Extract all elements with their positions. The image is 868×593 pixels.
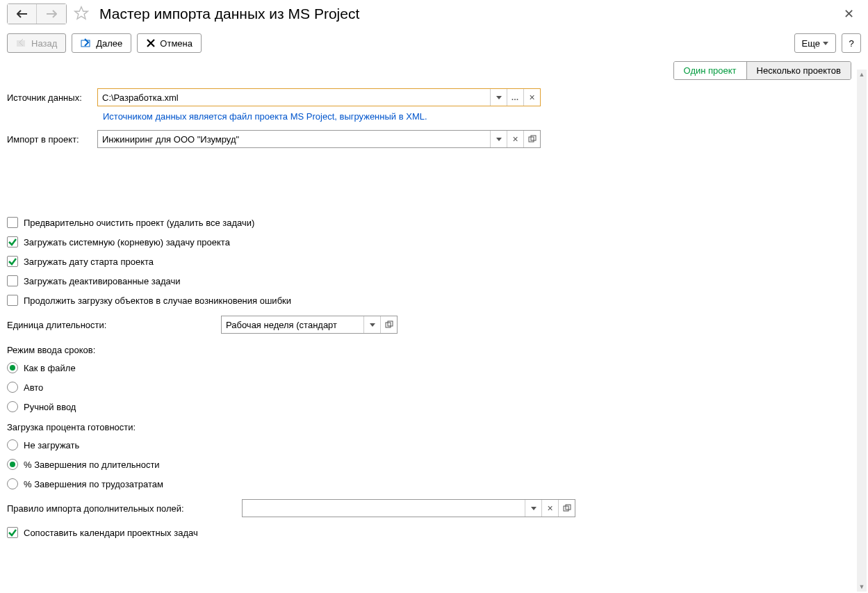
- clear-icon: ×: [529, 92, 534, 103]
- radio-dates-manual-row: Ручной ввод: [7, 397, 851, 416]
- radio-pct-none-label: Не загружать: [24, 440, 79, 450]
- rule-open-button[interactable]: [558, 500, 575, 517]
- project-open-button[interactable]: [523, 131, 540, 147]
- more-button[interactable]: Еще: [794, 33, 836, 53]
- tab-multiple-projects[interactable]: Несколько проектов: [746, 62, 851, 79]
- check-load-start-row: Загружать дату старта проекта: [7, 252, 851, 271]
- back-button-label: Назад: [31, 38, 57, 49]
- chevron-down-icon: [531, 507, 537, 510]
- project-row: Импорт в проект: ×: [7, 130, 851, 148]
- window-header: Мастер импорта данных из MS Project ✕: [0, 0, 868, 28]
- chevron-down-icon: [496, 138, 502, 141]
- nav-forward-button[interactable]: [37, 4, 66, 24]
- duration-unit-row: Единица длительности:: [7, 310, 851, 339]
- form-area: Источник данных: … × Источником данных я…: [0, 86, 868, 542]
- check-match-calendars-row: Сопоставить календари проектных задач: [7, 523, 851, 542]
- clear-icon: ×: [512, 133, 518, 145]
- duration-unit-field: [221, 316, 398, 334]
- rule-clear-button[interactable]: ×: [541, 500, 558, 517]
- radio-pct-none[interactable]: [7, 439, 18, 450]
- radio-pct-duration-row: % Завершения по длительности: [7, 455, 851, 474]
- check-load-root-label: Загружать системную (корневую) задачу пр…: [24, 237, 230, 247]
- toolbar: Назад Далее Отмена Еще ?: [0, 28, 868, 61]
- radio-dates-auto-label: Авто: [24, 382, 43, 393]
- more-button-label: Еще: [802, 38, 820, 49]
- cancel-button[interactable]: Отмена: [137, 33, 202, 53]
- source-dropdown-button[interactable]: [490, 89, 507, 106]
- radio-dates-file[interactable]: [7, 362, 18, 373]
- radio-dates-auto-row: Авто: [7, 377, 851, 397]
- source-input[interactable]: [98, 89, 490, 106]
- source-clear-button[interactable]: ×: [523, 89, 540, 106]
- check-load-deactivated[interactable]: [7, 275, 18, 286]
- radio-pct-duration-label: % Завершения по длительности: [24, 460, 160, 470]
- vertical-scrollbar[interactable]: ▲ ▼: [857, 70, 867, 592]
- ellipsis-icon: …: [511, 93, 520, 101]
- radio-dates-auto[interactable]: [7, 382, 18, 393]
- favorite-star-icon[interactable]: [74, 6, 89, 23]
- check-load-deactivated-label: Загружать деактивированные задачи: [24, 276, 181, 286]
- nav-back-button[interactable]: [8, 4, 37, 24]
- project-field: ×: [97, 130, 541, 148]
- tab-single-project[interactable]: Один проект: [674, 62, 746, 79]
- pct-mode-label: Загрузка процента готовности:: [7, 416, 851, 435]
- rule-row: Правило импорта дополнительных полей: ×: [7, 494, 851, 523]
- duration-unit-dropdown-button[interactable]: [363, 316, 380, 333]
- duration-unit-label: Единица длительности:: [7, 320, 221, 330]
- check-clear-project[interactable]: [7, 217, 18, 228]
- project-clear-button[interactable]: ×: [507, 131, 523, 147]
- rule-label: Правило импорта дополнительных полей:: [7, 503, 242, 514]
- check-load-deactivated-row: Загружать деактивированные задачи: [7, 271, 851, 291]
- radio-pct-work-row: % Завершения по трудозатратам: [7, 474, 851, 494]
- chevron-down-icon: [370, 323, 375, 327]
- back-button: Назад: [7, 33, 66, 53]
- project-tabs: Один проект Несколько проектов: [673, 61, 851, 80]
- check-continue-error-row: Продолжить загрузку объектов в случае во…: [7, 291, 851, 310]
- rule-field: ×: [242, 499, 575, 517]
- chevron-down-icon: [496, 96, 502, 99]
- tabs-row: Один проект Несколько проектов: [0, 61, 868, 86]
- chevron-down-icon: [823, 42, 828, 45]
- source-browse-button[interactable]: …: [507, 89, 523, 106]
- project-label: Импорт в проект:: [7, 134, 97, 145]
- check-continue-error-label: Продолжить загрузку объектов в случае во…: [24, 295, 291, 306]
- project-input[interactable]: [98, 131, 490, 147]
- check-clear-project-label: Предварительно очистить проект (удалить …: [24, 218, 254, 228]
- next-button-label: Далее: [96, 38, 122, 49]
- check-load-start[interactable]: [7, 256, 18, 267]
- duration-unit-open-button[interactable]: [380, 316, 397, 333]
- radio-pct-work[interactable]: [7, 478, 18, 489]
- close-button[interactable]: ✕: [837, 6, 861, 22]
- open-icon: [528, 135, 537, 143]
- radio-pct-duration[interactable]: [7, 459, 18, 470]
- next-button[interactable]: Далее: [72, 33, 131, 53]
- source-row: Источник данных: … ×: [7, 88, 851, 106]
- dates-mode-label: Режим ввода сроков:: [7, 339, 851, 358]
- source-field: … ×: [97, 88, 541, 106]
- scroll-up-arrow[interactable]: ▲: [857, 70, 867, 79]
- check-match-calendars-label: Сопоставить календари проектных задач: [24, 528, 198, 538]
- rule-input[interactable]: [243, 500, 525, 517]
- open-icon: [563, 504, 571, 512]
- nav-buttons: [7, 3, 67, 24]
- project-dropdown-button[interactable]: [490, 131, 507, 147]
- scroll-down-arrow[interactable]: ▼: [857, 582, 867, 592]
- check-match-calendars[interactable]: [7, 527, 18, 538]
- check-continue-error[interactable]: [7, 295, 18, 306]
- radio-dates-manual-label: Ручной ввод: [24, 402, 76, 412]
- check-load-root[interactable]: [7, 236, 18, 247]
- duration-unit-input[interactable]: [222, 316, 363, 333]
- check-load-start-label: Загружать дату старта проекта: [24, 257, 154, 267]
- radio-pct-none-row: Не загружать: [7, 435, 851, 455]
- rule-dropdown-button[interactable]: [525, 500, 541, 517]
- page-title: Мастер импорта данных из MS Project: [99, 6, 837, 22]
- clear-icon: ×: [547, 503, 552, 514]
- help-button-label: ?: [849, 38, 853, 49]
- open-icon: [385, 320, 393, 329]
- source-hint: Источником данных является файл проекта …: [7, 108, 851, 130]
- radio-pct-work-label: % Завершения по трудозатратам: [24, 479, 163, 489]
- cancel-button-label: Отмена: [160, 38, 193, 49]
- check-clear-project-row: Предварительно очистить проект (удалить …: [7, 213, 851, 232]
- radio-dates-manual[interactable]: [7, 401, 18, 412]
- help-button[interactable]: ?: [842, 33, 861, 53]
